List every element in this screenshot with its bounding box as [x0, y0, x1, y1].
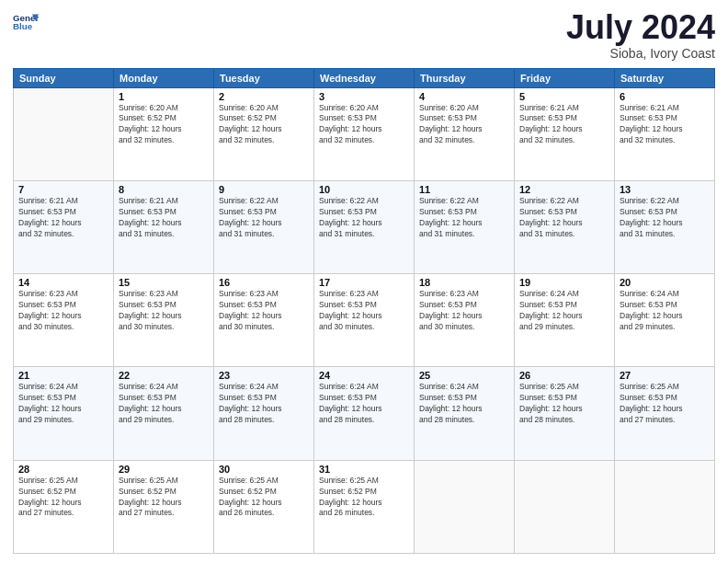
cell-1-1: 8Sunrise: 6:21 AM Sunset: 6:53 PM Daylig… — [114, 180, 214, 273]
day-number-9: 9 — [219, 184, 309, 195]
day-number-5: 5 — [519, 91, 609, 102]
day-info-20: Sunrise: 6:24 AM Sunset: 6:53 PM Dayligh… — [620, 289, 710, 333]
logo-icon: General Blue — [13, 9, 39, 35]
day-info-16: Sunrise: 6:23 AM Sunset: 6:53 PM Dayligh… — [219, 289, 309, 333]
cell-4-0: 28Sunrise: 6:25 AM Sunset: 6:52 PM Dayli… — [14, 460, 114, 553]
day-info-14: Sunrise: 6:23 AM Sunset: 6:53 PM Dayligh… — [18, 289, 108, 333]
day-number-15: 15 — [119, 277, 209, 288]
day-info-12: Sunrise: 6:22 AM Sunset: 6:53 PM Dayligh… — [519, 196, 609, 240]
day-number-19: 19 — [519, 277, 609, 288]
cell-0-3: 3Sunrise: 6:20 AM Sunset: 6:53 PM Daylig… — [314, 87, 415, 180]
cell-4-2: 30Sunrise: 6:25 AM Sunset: 6:52 PM Dayli… — [214, 460, 314, 553]
cell-0-1: 1Sunrise: 6:20 AM Sunset: 6:52 PM Daylig… — [114, 87, 214, 180]
day-number-20: 20 — [620, 277, 710, 288]
day-info-5: Sunrise: 6:21 AM Sunset: 6:53 PM Dayligh… — [519, 103, 609, 147]
day-info-4: Sunrise: 6:20 AM Sunset: 6:53 PM Dayligh… — [419, 103, 509, 147]
day-number-12: 12 — [519, 184, 609, 195]
day-info-24: Sunrise: 6:24 AM Sunset: 6:53 PM Dayligh… — [319, 382, 409, 426]
day-info-17: Sunrise: 6:23 AM Sunset: 6:53 PM Dayligh… — [319, 289, 409, 333]
cell-2-6: 20Sunrise: 6:24 AM Sunset: 6:53 PM Dayli… — [615, 274, 715, 367]
day-info-31: Sunrise: 6:25 AM Sunset: 6:52 PM Dayligh… — [319, 476, 409, 520]
cell-2-0: 14Sunrise: 6:23 AM Sunset: 6:53 PM Dayli… — [14, 274, 114, 367]
cell-4-1: 29Sunrise: 6:25 AM Sunset: 6:52 PM Dayli… — [114, 460, 214, 553]
day-info-25: Sunrise: 6:24 AM Sunset: 6:53 PM Dayligh… — [419, 382, 509, 426]
day-number-7: 7 — [18, 184, 108, 195]
day-info-2: Sunrise: 6:20 AM Sunset: 6:52 PM Dayligh… — [219, 103, 309, 147]
cell-1-3: 10Sunrise: 6:22 AM Sunset: 6:53 PM Dayli… — [314, 180, 415, 273]
day-number-22: 22 — [119, 370, 209, 381]
week-row-0: 1Sunrise: 6:20 AM Sunset: 6:52 PM Daylig… — [14, 87, 715, 180]
week-row-4: 28Sunrise: 6:25 AM Sunset: 6:52 PM Dayli… — [14, 460, 715, 553]
cell-2-2: 16Sunrise: 6:23 AM Sunset: 6:53 PM Dayli… — [214, 274, 314, 367]
day-number-21: 21 — [18, 370, 108, 381]
day-number-30: 30 — [219, 464, 309, 475]
day-number-6: 6 — [620, 91, 710, 102]
week-row-1: 7Sunrise: 6:21 AM Sunset: 6:53 PM Daylig… — [14, 180, 715, 273]
day-number-3: 3 — [319, 91, 409, 102]
day-number-18: 18 — [419, 277, 509, 288]
day-info-26: Sunrise: 6:25 AM Sunset: 6:53 PM Dayligh… — [519, 382, 609, 426]
cell-0-2: 2Sunrise: 6:20 AM Sunset: 6:52 PM Daylig… — [214, 87, 314, 180]
svg-text:Blue: Blue — [13, 21, 33, 31]
cell-2-3: 17Sunrise: 6:23 AM Sunset: 6:53 PM Dayli… — [314, 274, 415, 367]
day-number-10: 10 — [319, 184, 409, 195]
day-info-18: Sunrise: 6:23 AM Sunset: 6:53 PM Dayligh… — [419, 289, 509, 333]
cell-1-2: 9Sunrise: 6:22 AM Sunset: 6:53 PM Daylig… — [214, 180, 314, 273]
day-number-2: 2 — [219, 91, 309, 102]
col-thursday: Thursday — [415, 68, 515, 87]
day-number-8: 8 — [119, 184, 209, 195]
day-number-16: 16 — [219, 277, 309, 288]
day-info-10: Sunrise: 6:22 AM Sunset: 6:53 PM Dayligh… — [319, 196, 409, 240]
cell-3-6: 27Sunrise: 6:25 AM Sunset: 6:53 PM Dayli… — [615, 367, 715, 460]
page: General Blue July 2024 Sioba, Ivory Coas… — [0, 0, 728, 563]
cell-2-4: 18Sunrise: 6:23 AM Sunset: 6:53 PM Dayli… — [415, 274, 515, 367]
cell-1-4: 11Sunrise: 6:22 AM Sunset: 6:53 PM Dayli… — [415, 180, 515, 273]
day-number-26: 26 — [519, 370, 609, 381]
col-saturday: Saturday — [615, 68, 715, 87]
col-friday: Friday — [515, 68, 615, 87]
calendar-table: Sunday Monday Tuesday Wednesday Thursday… — [13, 68, 715, 554]
day-info-1: Sunrise: 6:20 AM Sunset: 6:52 PM Dayligh… — [119, 103, 209, 147]
location: Sioba, Ivory Coast — [566, 46, 715, 61]
day-number-11: 11 — [419, 184, 509, 195]
day-info-30: Sunrise: 6:25 AM Sunset: 6:52 PM Dayligh… — [219, 476, 309, 520]
cell-0-6: 6Sunrise: 6:21 AM Sunset: 6:53 PM Daylig… — [615, 87, 715, 180]
day-number-29: 29 — [119, 464, 209, 475]
day-number-1: 1 — [119, 91, 209, 102]
day-info-8: Sunrise: 6:21 AM Sunset: 6:53 PM Dayligh… — [119, 196, 209, 240]
day-number-28: 28 — [18, 464, 108, 475]
cell-3-2: 23Sunrise: 6:24 AM Sunset: 6:53 PM Dayli… — [214, 367, 314, 460]
cell-4-4 — [415, 460, 515, 553]
day-info-22: Sunrise: 6:24 AM Sunset: 6:53 PM Dayligh… — [119, 382, 209, 426]
cell-0-4: 4Sunrise: 6:20 AM Sunset: 6:53 PM Daylig… — [415, 87, 515, 180]
cell-2-1: 15Sunrise: 6:23 AM Sunset: 6:53 PM Dayli… — [114, 274, 214, 367]
cell-3-3: 24Sunrise: 6:24 AM Sunset: 6:53 PM Dayli… — [314, 367, 415, 460]
day-info-11: Sunrise: 6:22 AM Sunset: 6:53 PM Dayligh… — [419, 196, 509, 240]
day-number-31: 31 — [319, 464, 409, 475]
cell-2-5: 19Sunrise: 6:24 AM Sunset: 6:53 PM Dayli… — [515, 274, 615, 367]
cell-3-0: 21Sunrise: 6:24 AM Sunset: 6:53 PM Dayli… — [14, 367, 114, 460]
day-info-13: Sunrise: 6:22 AM Sunset: 6:53 PM Dayligh… — [620, 196, 710, 240]
title-block: July 2024 Sioba, Ivory Coast — [566, 9, 715, 61]
day-number-17: 17 — [319, 277, 409, 288]
cell-1-6: 13Sunrise: 6:22 AM Sunset: 6:53 PM Dayli… — [615, 180, 715, 273]
day-info-28: Sunrise: 6:25 AM Sunset: 6:52 PM Dayligh… — [18, 476, 108, 520]
col-monday: Monday — [114, 68, 214, 87]
day-info-23: Sunrise: 6:24 AM Sunset: 6:53 PM Dayligh… — [219, 382, 309, 426]
day-info-3: Sunrise: 6:20 AM Sunset: 6:53 PM Dayligh… — [319, 103, 409, 147]
day-number-13: 13 — [620, 184, 710, 195]
day-number-4: 4 — [419, 91, 509, 102]
cell-4-6 — [615, 460, 715, 553]
cell-3-1: 22Sunrise: 6:24 AM Sunset: 6:53 PM Dayli… — [114, 367, 214, 460]
cell-3-4: 25Sunrise: 6:24 AM Sunset: 6:53 PM Dayli… — [415, 367, 515, 460]
cell-1-5: 12Sunrise: 6:22 AM Sunset: 6:53 PM Dayli… — [515, 180, 615, 273]
cell-3-5: 26Sunrise: 6:25 AM Sunset: 6:53 PM Dayli… — [515, 367, 615, 460]
day-info-7: Sunrise: 6:21 AM Sunset: 6:53 PM Dayligh… — [18, 196, 108, 240]
cell-4-3: 31Sunrise: 6:25 AM Sunset: 6:52 PM Dayli… — [314, 460, 415, 553]
day-info-6: Sunrise: 6:21 AM Sunset: 6:53 PM Dayligh… — [620, 103, 710, 147]
day-info-29: Sunrise: 6:25 AM Sunset: 6:52 PM Dayligh… — [119, 476, 209, 520]
cell-4-5 — [515, 460, 615, 553]
day-number-25: 25 — [419, 370, 509, 381]
day-info-15: Sunrise: 6:23 AM Sunset: 6:53 PM Dayligh… — [119, 289, 209, 333]
day-info-21: Sunrise: 6:24 AM Sunset: 6:53 PM Dayligh… — [18, 382, 108, 426]
